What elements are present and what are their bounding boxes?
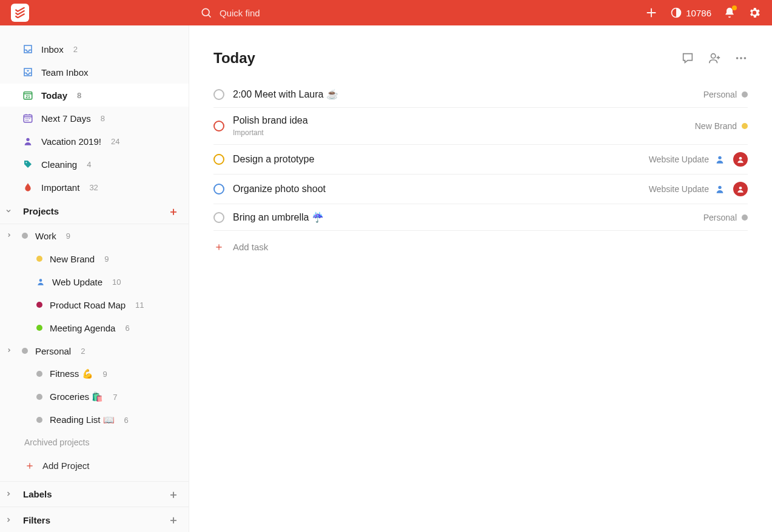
project-count: 10 xyxy=(112,278,121,287)
svg-point-6 xyxy=(25,162,27,163)
svg-point-12 xyxy=(718,156,721,159)
task-checkbox[interactable] xyxy=(213,154,224,165)
project-count: 6 xyxy=(124,416,129,425)
sidebar-section-filters[interactable]: Filters ＋ xyxy=(0,507,189,532)
project-label: Web Update xyxy=(52,277,102,287)
project-item[interactable]: Reading List 📖6 xyxy=(0,408,189,431)
project-count: 9 xyxy=(103,370,107,379)
add-project-label: Add Project xyxy=(42,461,90,471)
sidebar-item-important[interactable]: Important32 xyxy=(0,176,189,199)
task-meta: Website Update xyxy=(649,152,748,167)
plus-icon[interactable]: ＋ xyxy=(168,487,179,502)
share-button[interactable] xyxy=(708,52,721,65)
project-label: Fitness 💪 xyxy=(50,368,93,379)
plus-icon: ＋ xyxy=(213,239,224,254)
project-count: 2 xyxy=(81,347,85,356)
today-icon: 21 xyxy=(22,90,34,101)
task-meta: Website Update xyxy=(649,182,748,196)
task-title: 2:00 Meet with Laura ☕ xyxy=(233,88,695,100)
task-row[interactable]: 2:00 Meet with Laura ☕Personal xyxy=(213,81,748,108)
project-color-dot xyxy=(36,417,42,423)
sidebar-item-team-inbox[interactable]: Team Inbox xyxy=(0,61,189,84)
project-item[interactable]: Groceries 🛍️7 xyxy=(0,385,189,408)
person-icon xyxy=(22,136,34,146)
sidebar-item-label: Next 7 Days xyxy=(41,113,91,124)
task-meta: New Brand xyxy=(695,121,748,131)
project-count: 9 xyxy=(66,231,70,241)
task-meta: Personal xyxy=(703,90,748,99)
plus-icon[interactable]: ＋ xyxy=(168,204,179,219)
task-title: Organize photo shoot xyxy=(233,184,640,195)
add-task-label: Add task xyxy=(233,242,268,252)
project-item[interactable]: Personal2 xyxy=(0,339,189,362)
svg-point-15 xyxy=(739,187,742,190)
task-checkbox[interactable] xyxy=(213,212,224,223)
task-body: Organize photo shoot xyxy=(233,184,640,195)
chevron-right-icon[interactable] xyxy=(6,231,12,240)
task-list: 2:00 Meet with Laura ☕PersonalPolish bra… xyxy=(213,81,748,231)
sidebar-section-projects[interactable]: Projects ＋ xyxy=(0,199,189,224)
task-project-label: Website Update xyxy=(649,155,709,164)
gear-icon xyxy=(748,6,761,19)
archived-projects-link[interactable]: Archived projects xyxy=(0,431,189,453)
sidebar-item-count: 4 xyxy=(87,160,91,169)
plus-icon: ＋ xyxy=(24,458,35,473)
task-body: 2:00 Meet with Laura ☕ xyxy=(233,88,695,100)
project-item[interactable]: Work9 xyxy=(0,224,189,247)
project-color-dot xyxy=(742,123,748,129)
settings-button[interactable] xyxy=(748,6,761,19)
project-label: Product Road Map xyxy=(50,300,126,310)
quick-find-input[interactable]: Quick find xyxy=(220,8,260,18)
search-icon[interactable] xyxy=(200,7,212,19)
sidebar-item-count: 32 xyxy=(89,183,98,192)
notification-dot xyxy=(732,5,737,10)
task-row[interactable]: Polish brand ideaImportantNew Brand xyxy=(213,108,748,145)
project-count: 11 xyxy=(135,301,144,310)
sidebar-item-vacation[interactable]: Vacation 2019!24 xyxy=(0,130,189,153)
svg-point-10 xyxy=(740,57,742,59)
karma-count: 10786 xyxy=(686,8,711,18)
sidebar-item-next7[interactable]: Next 7 Days8 xyxy=(0,107,189,130)
project-item[interactable]: Fitness 💪9 xyxy=(0,362,189,385)
sidebar: Inbox2Team Inbox21Today8Next 7 Days8Vaca… xyxy=(0,25,189,532)
add-task-quick-button[interactable] xyxy=(645,6,658,19)
project-count: 7 xyxy=(113,393,117,402)
project-item[interactable]: New Brand9 xyxy=(0,247,189,270)
sidebar-item-today[interactable]: 21Today8 xyxy=(0,84,189,107)
main-content: Today 2:00 Meet with Laura ☕PersonalPoli… xyxy=(189,25,772,532)
task-checkbox[interactable] xyxy=(213,121,224,131)
add-project-button[interactable]: ＋ Add Project xyxy=(0,453,189,482)
sidebar-section-labels[interactable]: Labels ＋ xyxy=(0,482,189,507)
more-options-button[interactable] xyxy=(734,52,748,65)
project-item[interactable]: Web Update10 xyxy=(0,270,189,293)
project-color-dot xyxy=(36,302,42,308)
comments-button[interactable] xyxy=(681,52,694,65)
project-item[interactable]: Product Road Map11 xyxy=(0,293,189,316)
task-title: Polish brand idea xyxy=(233,115,686,126)
sidebar-item-inbox[interactable]: Inbox2 xyxy=(0,38,189,61)
karma-counter[interactable]: 10786 xyxy=(670,7,711,19)
project-label: New Brand xyxy=(50,254,95,264)
task-checkbox[interactable] xyxy=(213,184,224,195)
labels-header-label: Labels xyxy=(23,489,52,499)
task-checkbox[interactable] xyxy=(213,89,224,100)
project-label: Groceries 🛍️ xyxy=(50,391,103,402)
notifications-button[interactable] xyxy=(723,7,736,19)
project-item[interactable]: Meeting Agenda6 xyxy=(0,316,189,339)
inbox-icon xyxy=(22,44,34,55)
project-color-dot xyxy=(36,256,42,262)
project-color-dot xyxy=(36,325,42,331)
add-task-button[interactable]: ＋ Add task xyxy=(213,231,748,262)
project-color-dot xyxy=(36,371,42,377)
task-project-label: Personal xyxy=(703,90,737,99)
task-row[interactable]: Design a prototypeWebsite Update xyxy=(213,145,748,175)
karma-icon xyxy=(670,7,682,19)
plus-icon[interactable]: ＋ xyxy=(168,513,179,527)
svg-point-0 xyxy=(202,8,209,16)
task-row[interactable]: Organize photo shootWebsite Update xyxy=(213,175,748,204)
app-logo[interactable] xyxy=(11,4,29,22)
sidebar-projects-list: Work9New Brand9Web Update10Product Road … xyxy=(0,224,189,431)
sidebar-item-cleaning[interactable]: Cleaning4 xyxy=(0,153,189,176)
chevron-right-icon[interactable] xyxy=(6,347,12,355)
task-row[interactable]: Bring an umbrella ☔Personal xyxy=(213,204,748,231)
